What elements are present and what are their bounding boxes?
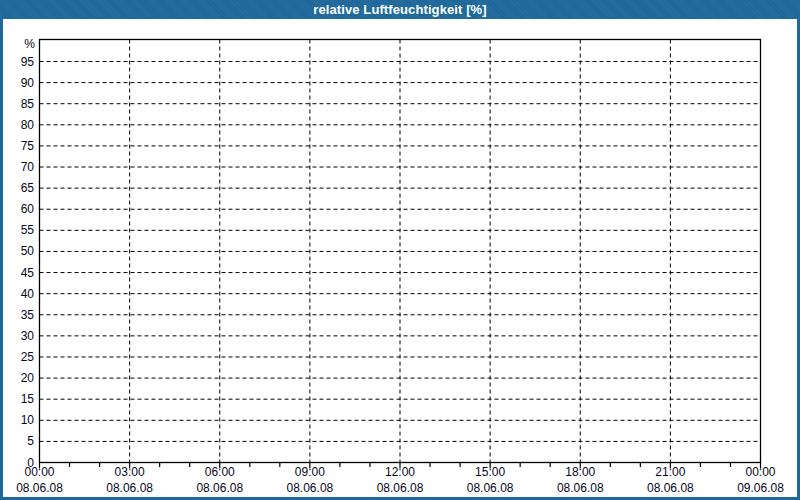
x-tick-time-label: 09:00: [295, 465, 325, 479]
y-tick-label: 75: [21, 139, 35, 153]
x-tick-date-label: 08.06.08: [196, 481, 243, 495]
y-tick-label: 40: [21, 287, 35, 301]
y-tick-label: 25: [21, 350, 35, 364]
x-tick-date-label: 08.06.08: [467, 481, 514, 495]
x-tick-time-label: 03:00: [115, 465, 145, 479]
x-tick-date-label: 08.06.08: [647, 481, 694, 495]
y-tick-label: 95: [21, 55, 35, 69]
y-tick-label: 90: [21, 76, 35, 90]
x-tick-time-label: 00:00: [24, 465, 54, 479]
y-axis-unit-label: %: [24, 37, 35, 51]
x-tick-time-label: 15:00: [475, 465, 505, 479]
y-tick-label: 35: [21, 308, 35, 322]
x-tick-date-label: 08.06.08: [287, 481, 334, 495]
y-tick-label: 5: [27, 434, 34, 448]
x-tick-date-label: 09.06.08: [737, 481, 784, 495]
title-bar: relative Luftfeuchtigkeit [%]: [0, 0, 800, 19]
y-tick-label: 15: [21, 392, 35, 406]
y-tick-label: 20: [21, 371, 35, 385]
y-tick-label: 10: [21, 413, 35, 427]
x-tick-time-label: 21:00: [655, 465, 685, 479]
chart-title: relative Luftfeuchtigkeit [%]: [313, 0, 486, 19]
y-tick-label: 30: [21, 329, 35, 343]
chart-window: 05101520253035404550556065707580859095%0…: [0, 0, 800, 500]
x-tick-time-label: 06:00: [205, 465, 235, 479]
x-tick-date-label: 08.06.08: [377, 481, 424, 495]
x-tick-date-label: 08.06.08: [16, 481, 63, 495]
chart-canvas: 05101520253035404550556065707580859095%0…: [0, 0, 800, 500]
y-tick-label: 80: [21, 118, 35, 132]
y-tick-label: 45: [21, 266, 35, 280]
x-tick-time-label: 12:00: [385, 465, 415, 479]
x-tick-time-label: 18:00: [565, 465, 595, 479]
y-tick-label: 55: [21, 223, 35, 237]
y-tick-label: 85: [21, 97, 35, 111]
x-tick-date-label: 08.06.08: [557, 481, 604, 495]
y-tick-label: 65: [21, 181, 35, 195]
y-tick-label: 60: [21, 202, 35, 216]
x-tick-time-label: 00:00: [745, 465, 775, 479]
y-tick-label: 50: [21, 244, 35, 258]
x-tick-date-label: 08.06.08: [106, 481, 153, 495]
y-tick-label: 70: [21, 160, 35, 174]
